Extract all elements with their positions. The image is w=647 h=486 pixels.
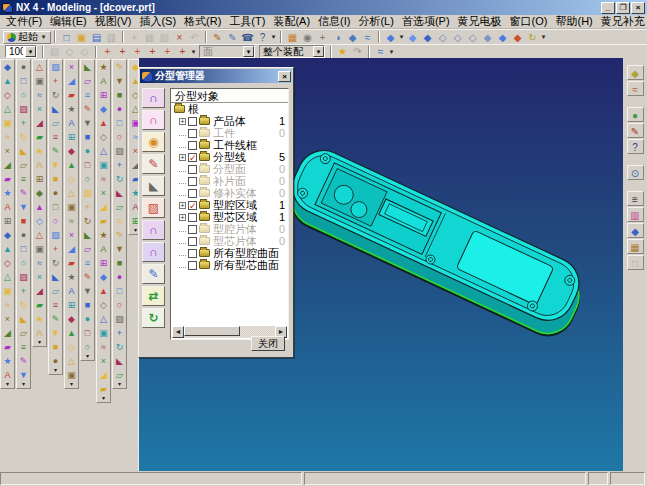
palette-tool-icon[interactable]: △ — [1, 270, 14, 284]
palette-tool-icon[interactable]: ↻ — [49, 256, 62, 270]
palette-tool-icon[interactable]: ○ — [81, 172, 94, 186]
palette-tool-icon[interactable]: ◣ — [17, 144, 30, 158]
snap-view-icon[interactable]: ◆ — [627, 65, 644, 80]
palette-tool-icon[interactable]: ◆ — [65, 144, 78, 158]
layer-stack-icon[interactable]: ▦ — [627, 239, 644, 254]
wireframe-icon[interactable]: ◇ — [450, 31, 465, 44]
web-browser-icon[interactable]: ● — [627, 107, 644, 122]
palette-tool-icon[interactable]: ≈ — [65, 214, 78, 228]
palette-tool-icon[interactable]: ◣ — [81, 228, 94, 242]
close-button[interactable]: × — [631, 2, 645, 14]
palette-tool-icon[interactable]: ○ — [17, 256, 30, 270]
palette-tool-icon[interactable]: ◣ — [81, 60, 94, 74]
dialog-close-button[interactable]: 关闭 — [251, 336, 285, 351]
palette-tool-icon[interactable]: △ — [33, 228, 46, 242]
palette-tool-icon[interactable]: ▼ — [81, 284, 94, 298]
menu-item[interactable]: 首选项(P) — [398, 15, 454, 28]
palette-tool-icon[interactable]: ● — [113, 270, 126, 284]
shaded-edges-icon[interactable]: ◆ — [405, 31, 420, 44]
palette-tool-icon[interactable]: A — [97, 74, 110, 88]
palette-tool-icon[interactable]: ★ — [33, 144, 46, 158]
toolbar-overflow-icon[interactable]: ▾ — [540, 33, 547, 41]
plot-icon[interactable]: ▥ — [104, 31, 119, 44]
palette-tool-icon[interactable]: ▰ — [65, 256, 78, 270]
tree-checkbox[interactable] — [188, 189, 197, 198]
palette-tool-icon[interactable]: + — [17, 116, 30, 130]
palette-tool-icon[interactable]: ▲ — [1, 242, 14, 256]
palette-tool-icon[interactable]: ◆ — [65, 312, 78, 326]
palette-tool-icon[interactable]: ≡ — [81, 256, 94, 270]
palette-tool-icon[interactable]: □ — [113, 116, 126, 130]
palette-tool-icon[interactable]: ★ — [97, 228, 110, 242]
palette-tool-icon[interactable]: ▣ — [97, 326, 110, 340]
restore-button[interactable]: ❐ — [616, 2, 630, 14]
palette-column-more-icon[interactable]: ▾ — [1, 382, 14, 388]
tree-checkbox[interactable] — [188, 249, 197, 258]
palette-tool-icon[interactable]: A — [65, 116, 78, 130]
palette-tool-icon[interactable]: ≈ — [97, 340, 110, 354]
palette-tool-icon[interactable]: × — [129, 144, 138, 158]
palette-tool-icon[interactable]: ▨ — [113, 312, 126, 326]
palette-tool-icon[interactable]: ▼ — [17, 368, 30, 382]
palette-tool-icon[interactable]: ✎ — [113, 60, 126, 74]
palette-tool-icon[interactable]: ↻ — [17, 298, 30, 312]
swap-model-button[interactable]: ⇄ — [142, 286, 165, 306]
palette-tool-icon[interactable]: ▱ — [113, 368, 126, 382]
rotate-view-icon[interactable]: ↻ — [525, 31, 540, 44]
snap-point-icon[interactable]: + — [100, 45, 115, 58]
perspective-icon[interactable]: ◆ — [345, 31, 360, 44]
palette-tool-icon[interactable]: ◆ — [129, 60, 138, 74]
palette-tool-icon[interactable]: ✎ — [17, 186, 30, 200]
palette-tool-icon[interactable]: ▨ — [113, 144, 126, 158]
scroll-left-icon[interactable]: ◄ — [172, 326, 184, 338]
palette-tool-icon[interactable]: ◇ — [1, 256, 14, 270]
palette-tool-icon[interactable]: + — [17, 284, 30, 298]
palette-tool-icon[interactable]: ◢ — [97, 368, 110, 382]
palette-tool-icon[interactable]: △ — [65, 186, 78, 200]
suppress-parting-button[interactable]: ✎ — [142, 264, 165, 284]
palette-tool-icon[interactable]: ▣ — [129, 116, 138, 130]
copy-face-icon[interactable]: ▧ — [157, 31, 172, 44]
palette-tool-icon[interactable]: ◣ — [49, 102, 62, 116]
tree-checkbox[interactable] — [188, 177, 197, 186]
save-icon[interactable]: ▤ — [89, 31, 104, 44]
palette-tool-icon[interactable]: ⊞ — [1, 214, 14, 228]
menu-item[interactable]: 窗口(O) — [506, 15, 552, 28]
tree-checkbox[interactable] — [188, 165, 197, 174]
palette-tool-icon[interactable]: ◇ — [1, 88, 14, 102]
selection-scope-combo[interactable]: 整个装配▾ — [259, 45, 325, 58]
palette-tool-icon[interactable]: ▨ — [49, 60, 62, 74]
palette-column-more-icon[interactable]: ▾ — [113, 382, 126, 388]
tree-checkbox[interactable]: ✓ — [188, 201, 197, 210]
information-list-icon[interactable]: ≡ — [627, 191, 644, 206]
menu-item[interactable]: 帮助(H) — [551, 15, 596, 28]
tree-checkbox[interactable] — [188, 237, 197, 246]
palette-tool-icon[interactable]: ≈ — [1, 130, 14, 144]
studio-display-icon[interactable]: ◆ — [480, 31, 495, 44]
palette-tool-icon[interactable]: ■ — [113, 256, 126, 270]
palette-tool-icon[interactable]: × — [97, 354, 110, 368]
palette-tool-icon[interactable]: ▨ — [49, 228, 62, 242]
palette-tool-icon[interactable]: × — [1, 312, 14, 326]
palette-tool-icon[interactable]: ★ — [33, 312, 46, 326]
chevron-down-icon[interactable]: ▾ — [25, 46, 36, 57]
palette-tool-icon[interactable]: ↻ — [81, 214, 94, 228]
snap-intersection-icon[interactable]: + — [145, 45, 160, 58]
palette-tool-icon[interactable]: ◢ — [97, 200, 110, 214]
start-menu-button[interactable]: 起始▾ — [3, 31, 51, 44]
palette-tool-icon[interactable]: ○ — [81, 340, 94, 354]
palette-tool-icon[interactable]: ▨ — [17, 102, 30, 116]
toolbar-overflow-icon[interactable]: ▾ — [270, 33, 277, 41]
palette-column-more-icon[interactable]: ▾ — [33, 340, 46, 346]
wave-analysis-icon[interactable]: ≈ — [360, 31, 375, 44]
palette-tool-icon[interactable]: ◇ — [33, 214, 46, 228]
scrollbar-thumb[interactable] — [184, 326, 240, 336]
color-palette-icon[interactable]: ▥ — [627, 207, 644, 222]
palette-tool-icon[interactable]: ◢ — [1, 326, 14, 340]
palette-tool-icon[interactable]: A — [1, 368, 14, 382]
palette-tool-icon[interactable]: ○ — [49, 214, 62, 228]
palette-tool-icon[interactable]: ★ — [1, 186, 14, 200]
palette-tool-icon[interactable]: ◢ — [1, 158, 14, 172]
palette-tool-icon[interactable]: ▰ — [1, 172, 14, 186]
palette-tool-icon[interactable]: ⊞ — [33, 172, 46, 186]
